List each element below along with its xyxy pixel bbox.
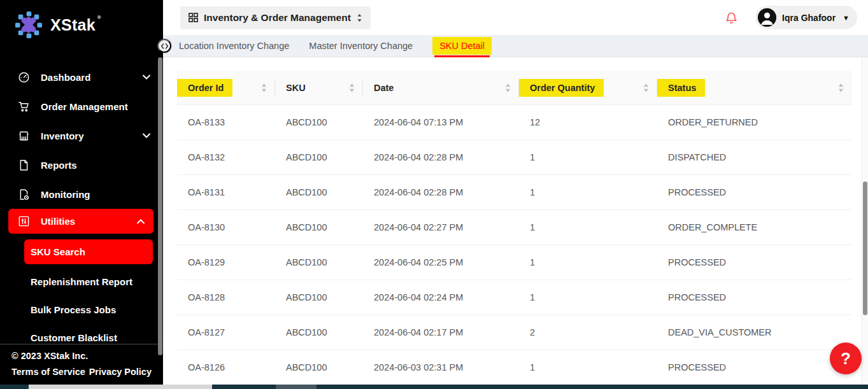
sidebar-item-inventory[interactable]: Inventory [0,121,163,150]
cell-date: 2024-06-04 02:28 PM [363,187,519,197]
sidebar-subitem-bulk-process-jobs[interactable]: Bulk Process Jobs [0,295,163,323]
sidebar-collapse-button[interactable] [157,39,171,53]
sidebar-item-label: Reports [41,160,77,171]
cell-order-id: OA-8133 [177,117,275,127]
cell-order-id: OA-8129 [177,257,275,267]
sidebar: XStak® Dashboard Order Management Invent… [0,0,163,385]
table-row[interactable]: OA-8127 ABCD100 2024-06-04 02:17 PM 2 DE… [177,315,852,350]
sort-icon[interactable] [261,83,267,92]
store-icon [18,130,30,142]
sidebar-subitem-label: Customer Blacklist [31,332,117,343]
column-label: Status [657,79,705,97]
brand-name: XStak® [50,16,96,34]
appstore-grid-icon [189,13,198,22]
table-row[interactable]: OA-8129 ABCD100 2024-06-04 02:25 PM 1 PR… [177,245,852,280]
module-title: Inventory & Order Management [204,12,351,24]
vertical-scrollbar[interactable] [862,57,868,385]
cell-sku: ABCD100 [275,117,363,127]
sku-detail-table: Order Id SKU Date [177,71,852,385]
help-button-label: ? [841,349,851,369]
tab-location-inventory-change[interactable]: Location Inventory Change [179,35,289,57]
main-content: Order Id SKU Date [163,58,868,385]
cell-date: 2024-06-04 02:17 PM [363,327,519,337]
cell-order-id: OA-8131 [177,187,275,197]
notification-bell-icon[interactable] [725,10,738,25]
column-header-sku[interactable]: SKU [275,71,363,104]
column-header-date[interactable]: Date [363,71,519,104]
sidebar-item-utilities[interactable]: Utilities [8,209,153,234]
select-caret-icon [357,13,362,22]
gauge-icon [18,71,30,83]
column-label: SKU [275,79,315,97]
cell-sku: ABCD100 [275,222,363,232]
cell-status: DISPATCHED [657,152,852,162]
sidebar-subitem-label: Bulk Process Jobs [31,304,116,315]
cell-order-id: OA-8126 [177,362,275,372]
cell-sku: ABCD100 [275,327,363,337]
cell-order-id: OA-8127 [177,327,275,337]
sidebar-subitem-sku-search[interactable]: SKU Search [24,239,153,264]
cell-order-quantity: 1 [519,222,657,232]
sidebar-item-monitoring[interactable]: Monitoring [0,180,163,209]
sidebar-item-label: Inventory [41,131,84,141]
cell-order-quantity: 1 [519,257,657,267]
file-sync-icon [18,188,30,201]
sidebar-item-label: Order Management [41,101,128,112]
sidebar-subitem-label: SKU Search [31,246,85,257]
cell-sku: ABCD100 [275,362,363,372]
cart-icon [18,101,30,113]
column-header-order-id[interactable]: Order Id [177,71,275,104]
cell-order-quantity: 1 [519,292,657,302]
sidebar-footer: © 2023 XStak Inc. Terms of Service Priva… [0,344,163,385]
cell-status: ORDER_COMPLETE [657,222,852,232]
help-button[interactable]: ? [830,343,862,374]
sidebar-nav: Dashboard Order Management Inventory [0,62,163,234]
chevron-down-icon [143,74,150,80]
vertical-scrollbar-thumb[interactable] [863,181,867,315]
table-row[interactable]: OA-8126 ABCD100 2024-06-03 02:31 PM 1 PR… [177,350,852,385]
cell-status: PROCESSED [657,187,852,197]
table-row[interactable]: OA-8130 ABCD100 2024-06-04 02:27 PM 1 OR… [177,210,852,245]
sidebar-item-reports[interactable]: Reports [0,150,163,180]
sidebar-subitem-label: Replenishment Report [31,276,132,287]
cell-sku: ABCD100 [275,257,363,267]
tab-label: Location Inventory Change [179,41,289,51]
copyright-text: © 2023 XStak Inc. [11,351,152,361]
sidebar-item-dashboard[interactable]: Dashboard [0,62,163,92]
table-row[interactable]: OA-8132 ABCD100 2024-06-04 02:28 PM 1 DI… [177,140,852,175]
cell-status: DEAD_VIA_CUSTOMER [657,327,852,337]
horizontal-scrollbar-thumb[interactable] [29,385,212,389]
horizontal-scrollbar-segment [276,385,317,389]
tab-master-inventory-change[interactable]: Master Inventory Change [309,35,413,57]
module-switcher-button[interactable]: Inventory & Order Management [180,6,371,29]
horizontal-scrollbar[interactable] [0,385,868,389]
sort-icon[interactable] [349,83,355,92]
cell-date: 2024-06-03 02:31 PM [363,362,519,372]
utilities-submenu: SKU Search Replenishment Report Bulk Pro… [0,239,163,351]
column-header-order-quantity[interactable]: Order Quantity [519,71,657,104]
privacy-policy-link[interactable]: Privacy Policy [89,367,152,377]
sort-icon[interactable] [505,83,511,92]
cell-order-id: OA-8128 [177,292,275,302]
cell-order-quantity: 1 [519,187,657,197]
brand-logo: XStak® [0,0,163,39]
table-row[interactable]: OA-8128 ABCD100 2024-06-04 02:24 PM 1 PR… [177,280,852,315]
user-menu[interactable]: Iqra Ghafoor ▼ [755,6,857,29]
cell-sku: ABCD100 [275,292,363,302]
sort-icon[interactable] [643,83,649,92]
column-header-status[interactable]: Status [657,71,852,104]
sidebar-item-label: Dashboard [41,72,90,83]
cell-order-id: OA-8130 [177,222,275,232]
terms-of-service-link[interactable]: Terms of Service [11,367,85,377]
sort-icon[interactable] [838,83,844,92]
cell-status: ORDER_RETURNED [657,117,852,127]
sidebar-subitem-replenishment-report[interactable]: Replenishment Report [0,267,163,295]
cell-date: 2024-06-04 02:24 PM [363,292,519,302]
table-row[interactable]: OA-8131 ABCD100 2024-06-04 02:28 PM 1 PR… [177,175,852,210]
user-menu-caret-icon: ▼ [843,14,850,22]
sidebar-item-label: Utilities [41,216,75,227]
tab-sku-detail[interactable]: SKU Detail [432,35,492,57]
sidebar-resize-handle[interactable] [158,57,162,355]
sidebar-item-order-management[interactable]: Order Management [0,92,163,121]
table-row[interactable]: OA-8133 ABCD100 2024-06-04 07:13 PM 12 O… [177,105,852,140]
